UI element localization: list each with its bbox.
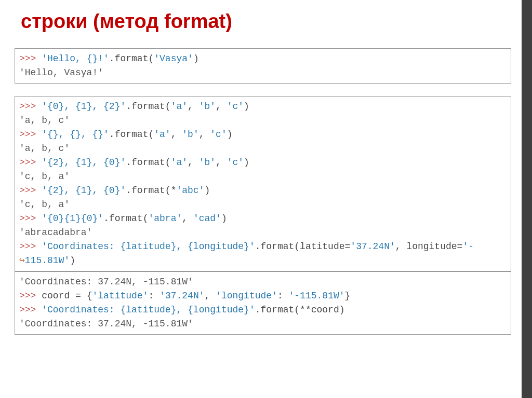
code-block-3: 'Coordinates: 37.24N, -115.81W' >>> coor… [15, 271, 511, 335]
code-text: , [216, 101, 227, 112]
code-string: 'c' [210, 129, 227, 140]
code-text: : [148, 291, 159, 301]
code-text: , [171, 129, 182, 140]
code-text: .format(* [126, 185, 176, 196]
code-string: 'Coordinates: {latitude}, {longitude}' [42, 305, 255, 315]
continuation-arrow-icon: ↪ [19, 255, 25, 266]
code-text: .format(**coord) [255, 305, 345, 315]
code-string: 'c' [227, 157, 244, 168]
code-text: ) [244, 157, 249, 168]
code-string: '-115.81W' [289, 291, 345, 301]
prompt: >>> [19, 291, 42, 301]
code-string: 115.81W' [25, 255, 70, 266]
code-string: 'cad' [193, 213, 221, 224]
slide-title: строки (метод format) [21, 10, 532, 33]
code-block-2: >>> '{0}, {1}, {2}'.format('a', 'b', 'c'… [15, 96, 511, 271]
code-output: 'a, b, c' [19, 143, 70, 154]
code-string: 'latitude' [92, 291, 148, 301]
code-output: 'Coordinates: 37.24N, -115.81W' [19, 277, 193, 287]
code-string: '{0}, {1}, {2}' [42, 101, 126, 112]
prompt: >>> [19, 53, 42, 64]
code-text: .format(latitude= [255, 241, 351, 252]
code-string: '{0}{1}{0}' [42, 213, 103, 224]
code-text: .format( [126, 157, 170, 168]
prompt: >>> [19, 185, 42, 196]
code-text: , [188, 101, 199, 112]
code-text: ) [193, 53, 199, 64]
code-text: ) [204, 185, 210, 196]
code-string: 'b' [199, 101, 216, 112]
code-text: ) [70, 255, 75, 266]
code-string: 'Vasya' [154, 53, 193, 64]
code-text: , [205, 291, 216, 301]
code-text: ) [221, 213, 227, 224]
prompt: >>> [19, 129, 42, 140]
code-text: .format( [109, 129, 154, 140]
code-text: : [277, 291, 289, 301]
code-string: '{2}, {1}, {0}' [42, 157, 126, 168]
code-string: 'c' [227, 101, 244, 112]
code-string: '37.24N' [159, 291, 204, 301]
code-string: 'Hello, {}!' [42, 53, 109, 64]
code-string: 'a' [154, 129, 170, 140]
code-output: 'c, b, a' [19, 199, 70, 210]
code-string: 'b' [199, 157, 216, 168]
code-output: 'Coordinates: 37.24N, -115.81W' [19, 319, 193, 329]
code-text: , [199, 129, 210, 140]
prompt: >>> [19, 305, 42, 315]
code-text: .format( [109, 53, 154, 64]
code-string: '37.24N' [350, 241, 395, 252]
prompt: >>> [19, 213, 42, 224]
prompt: >>> [19, 101, 42, 112]
code-text: .format( [126, 101, 170, 112]
code-text: , longitude= [395, 241, 463, 252]
code-string: 'abra' [148, 213, 182, 224]
prompt: >>> [19, 241, 42, 252]
code-text: .format( [103, 213, 148, 224]
code-text: } [345, 291, 351, 301]
code-text: , [188, 157, 199, 168]
code-text: coord = { [42, 291, 92, 301]
code-text: , [182, 213, 193, 224]
code-string: 'b' [182, 129, 198, 140]
prompt: >>> [19, 157, 42, 168]
code-output: 'c, b, a' [19, 171, 70, 182]
decorative-right-bar [522, 0, 532, 398]
code-text: , [216, 157, 227, 168]
code-text: ) [227, 129, 233, 140]
code-output: 'a, b, c' [19, 115, 70, 126]
code-string: 'abc' [176, 185, 204, 196]
code-string: 'Coordinates: {latitude}, {longitude}' [42, 241, 255, 252]
code-block-1: >>> 'Hello, {}!'.format('Vasya') 'Hello,… [15, 48, 511, 84]
code-string: 'a' [171, 101, 188, 112]
code-string: '{2}, {1}, {0}' [42, 185, 126, 196]
code-string: '{}, {}, {}' [42, 129, 109, 140]
code-output: 'abracadabra' [19, 227, 92, 238]
code-text: ) [244, 101, 249, 112]
code-output: 'Hello, Vasya!' [19, 67, 103, 78]
code-string: 'a' [171, 157, 188, 168]
code-string: 'longitude' [216, 291, 277, 301]
code-string: '- [462, 241, 474, 252]
